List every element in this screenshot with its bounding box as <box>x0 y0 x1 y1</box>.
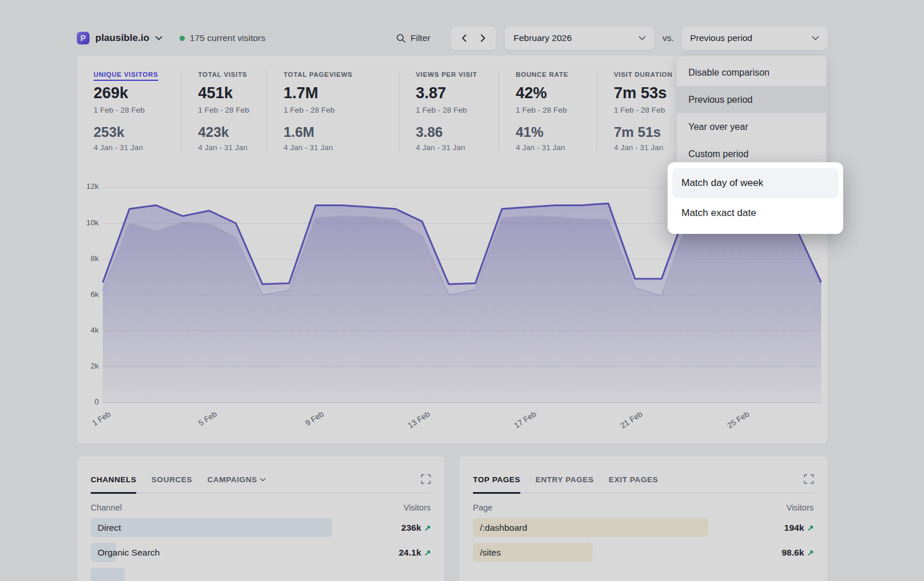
stat-label: BOUNCE RATE <box>516 71 568 78</box>
tab-top-pages[interactable]: TOP PAGES <box>473 475 520 494</box>
menu-item-disable-comparison[interactable]: Disable comparison <box>677 59 826 86</box>
chevron-down-icon <box>812 36 819 40</box>
y-axis-label: 0 <box>77 397 99 406</box>
popup-item-match-day-of-week[interactable]: Match day of week <box>672 168 839 198</box>
stat-period: 1 Feb - 28 Feb <box>94 106 181 114</box>
vs-label: vs. <box>662 33 674 43</box>
stat-total-visits[interactable]: TOTAL VISITS 451k 1 Feb - 28 Feb 423k 4 … <box>181 71 266 152</box>
stat-label: TOTAL PAGEVIEWS <box>284 71 352 78</box>
site-name: plausible.io <box>95 32 150 44</box>
stat-prev-period: 4 Jan - 31 Jan <box>94 143 181 152</box>
row-value: 98.6k <box>781 548 804 558</box>
tab-campaigns-label: CAMPAIGNS <box>207 475 257 484</box>
stat-period: 1 Feb - 28 Feb <box>416 106 498 114</box>
column-visitors: Visitors <box>404 503 431 512</box>
stat-unique-visitors[interactable]: UNIQUE VISITORS 269k 1 Feb - 28 Feb 253k… <box>77 71 181 152</box>
current-visitors-label: 175 current visitors <box>190 33 266 43</box>
column-visitors: Visitors <box>787 503 814 512</box>
stat-value: 269k <box>94 84 181 102</box>
stat-prev-period: 4 Jan - 31 Jan <box>516 143 597 152</box>
row-bar <box>91 568 125 581</box>
page-row-dashboard[interactable]: /:dashboard 194k↗ <box>473 518 814 537</box>
stat-prev-period: 4 Jan - 31 Jan <box>416 143 498 152</box>
stat-bounce-rate[interactable]: BOUNCE RATE 42% 1 Feb - 28 Feb 41% 4 Jan… <box>498 71 597 152</box>
stat-prev-value: 41% <box>516 124 597 140</box>
stat-value: 3.87 <box>416 84 498 102</box>
tab-campaigns[interactable]: CAMPAIGNS <box>207 475 266 492</box>
stat-prev-value: 423k <box>198 124 266 140</box>
site-switcher[interactable]: P plausible.io <box>77 32 162 44</box>
channel-row-organic-search[interactable]: Organic Search 24.1k↗ <box>91 543 431 562</box>
popup-item-match-exact-date[interactable]: Match exact date <box>672 198 839 228</box>
expand-icon[interactable] <box>421 474 431 484</box>
stat-prev-value: 253k <box>94 124 181 140</box>
stat-label: TOTAL VISITS <box>198 71 247 78</box>
stat-prev-value: 1.6M <box>284 124 398 140</box>
chevron-down-icon <box>260 478 266 482</box>
date-nav-buttons <box>451 27 496 50</box>
current-visitors[interactable]: 175 current visitors <box>180 33 266 43</box>
trend-up-icon: ↗ <box>807 548 814 557</box>
y-axis-label: 8k <box>77 254 99 263</box>
row-label: /:dashboard <box>473 523 527 533</box>
stat-value: 451k <box>198 84 266 102</box>
row-value: 24.1k <box>398 548 421 558</box>
filter-button[interactable]: Filter <box>396 33 430 43</box>
stat-prev-period: 4 Jan - 31 Jan <box>198 143 266 152</box>
channel-row-partial[interactable] <box>91 568 431 581</box>
top-bar: P plausible.io 175 current visitors Filt… <box>77 26 828 50</box>
y-axis-label: 12k <box>77 182 99 191</box>
stat-views-per-visit[interactable]: VIEWS PER VISIT 3.87 1 Feb - 28 Feb 3.86… <box>398 71 498 152</box>
column-channel: Channel <box>91 503 122 512</box>
stat-value: 42% <box>516 84 597 102</box>
next-period-button[interactable] <box>480 34 486 42</box>
date-range-label: February 2026 <box>513 33 572 43</box>
stat-period: 1 Feb - 28 Feb <box>284 106 398 114</box>
stat-prev-period: 4 Jan - 31 Jan <box>284 143 398 152</box>
stat-value: 1.7M <box>284 84 398 102</box>
comparison-label: Previous period <box>690 33 752 43</box>
stat-label: VISIT DURATION <box>614 71 672 78</box>
menu-item-year-over-year[interactable]: Year over year <box>677 113 826 140</box>
stat-prev-value: 3.86 <box>416 124 498 140</box>
channels-columns: Channel Visitors <box>91 503 431 512</box>
comparison-select[interactable]: Previous period <box>681 27 828 50</box>
row-label: Direct <box>91 523 121 533</box>
page-row-sites[interactable]: /sites 98.6k↗ <box>473 543 814 562</box>
stat-label: UNIQUE VISITORS <box>94 71 158 81</box>
stat-period: 1 Feb - 28 Feb <box>198 106 266 114</box>
trend-up-icon: ↗ <box>807 523 814 532</box>
match-popup: Match day of week Match exact date <box>668 162 843 234</box>
stat-total-pageviews[interactable]: TOTAL PAGEVIEWS 1.7M 1 Feb - 28 Feb 1.6M… <box>266 71 398 152</box>
live-dot-icon <box>180 36 185 41</box>
column-page: Page <box>473 503 493 512</box>
pages-panel: TOP PAGES ENTRY PAGES EXIT PAGES Page Vi… <box>459 456 828 581</box>
tab-exit-pages[interactable]: EXIT PAGES <box>609 475 658 492</box>
pages-tabs: TOP PAGES ENTRY PAGES EXIT PAGES <box>473 475 814 493</box>
tab-sources[interactable]: SOURCES <box>151 475 192 492</box>
stat-label: VIEWS PER VISIT <box>416 71 477 78</box>
filter-label: Filter <box>411 33 430 43</box>
y-axis-label: 6k <box>77 290 99 299</box>
chevron-down-icon <box>639 36 646 40</box>
y-axis-label: 2k <box>77 362 99 370</box>
row-label: /sites <box>473 548 501 558</box>
tab-channels[interactable]: CHANNELS <box>91 475 136 494</box>
expand-icon[interactable] <box>804 474 814 484</box>
tab-entry-pages[interactable]: ENTRY PAGES <box>535 475 594 492</box>
date-range-picker[interactable]: February 2026 <box>505 27 654 50</box>
pages-columns: Page Visitors <box>473 503 814 512</box>
search-icon <box>396 33 406 43</box>
y-axis-label: 4k <box>77 326 99 334</box>
stat-period: 1 Feb - 28 Feb <box>516 106 597 114</box>
menu-item-previous-period[interactable]: Previous period <box>677 86 826 113</box>
row-value: 236k <box>401 523 421 533</box>
prev-period-button[interactable] <box>461 34 467 42</box>
trend-up-icon: ↗ <box>424 523 431 532</box>
chevron-down-icon <box>155 36 162 40</box>
channels-tabs: CHANNELS SOURCES CAMPAIGNS <box>91 475 431 493</box>
comparison-menu: Disable comparison Previous period Year … <box>677 57 826 170</box>
channel-row-direct[interactable]: Direct 236k↗ <box>91 518 431 537</box>
row-value: 194k <box>784 523 804 533</box>
y-axis-label: 10k <box>77 218 99 227</box>
